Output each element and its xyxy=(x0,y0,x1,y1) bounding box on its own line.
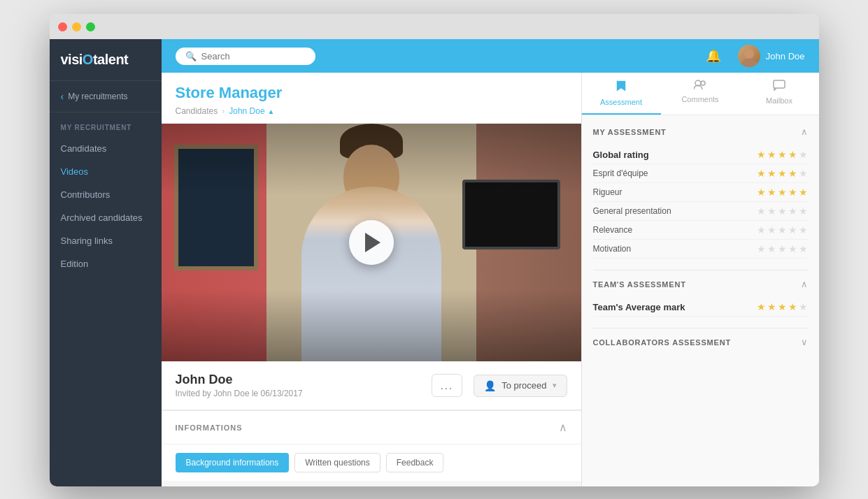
collaborators-assessment-title: COLLABORATORS ASSESSMENT xyxy=(593,338,731,347)
criteria-row-0: Esprit d'équipe ★ ★ ★ ★ ★ xyxy=(593,164,808,183)
star-4[interactable]: ★ xyxy=(788,149,797,160)
sidebar-item-videos[interactable]: Videos xyxy=(50,160,162,183)
proceed-chevron-icon: ▾ xyxy=(553,381,557,390)
collaborators-assessment-header: COLLABORATORS ASSESSMENT ∨ xyxy=(593,337,808,347)
candidate-info: John Doe Invited by John Doe le 06/13/20… xyxy=(176,373,303,398)
svg-point-1 xyxy=(741,59,757,67)
criteria-row-4: Motivation ★ ★ ★ ★ ★ xyxy=(593,240,808,259)
criteria-stars-0[interactable]: ★ ★ ★ ★ ★ xyxy=(757,168,808,179)
proceed-button[interactable]: 👤 To proceed ▾ xyxy=(474,375,567,397)
breadcrumb-parent[interactable]: Candidates xyxy=(176,106,218,116)
criteria-label-0: Esprit d'équipe xyxy=(593,168,648,178)
breadcrumb-current: John Doe ▲ xyxy=(229,106,274,116)
criteria-label-1: Rigueur xyxy=(593,187,622,197)
minimize-button[interactable] xyxy=(72,22,81,31)
sidebar-section-label: MY RECRUITMENT xyxy=(50,113,162,137)
svg-rect-4 xyxy=(774,80,785,88)
search-icon: 🔍 xyxy=(185,51,197,62)
criteria-row-2: General presentation ★ ★ ★ ★ ★ xyxy=(593,202,808,221)
svg-point-3 xyxy=(701,81,705,85)
job-header: Store Manager Candidates › John Doe ▲ xyxy=(162,73,581,124)
sidebar-item-sharing[interactable]: Sharing links xyxy=(50,229,162,252)
info-section-title: INFORMATIONS xyxy=(176,424,243,432)
my-assessment-section: MY ASSESSMENT ∧ Global rating ★ ★ ★ xyxy=(593,126,808,259)
avatar xyxy=(738,45,760,67)
teams-assessment-section: TEAM'S ASSESSMENT ∧ Team's Average mark … xyxy=(593,279,808,317)
sidebar: visiOtalent ‹ My recruitments MY RECRUIT… xyxy=(50,39,162,486)
teams-average-stars[interactable]: ★ ★ ★ ★ ★ xyxy=(757,301,808,312)
main-content: 🔍 🔔 John Doe xyxy=(162,39,819,486)
criteria-stars-4[interactable]: ★ ★ ★ ★ ★ xyxy=(757,243,808,254)
more-options-button[interactable]: ... xyxy=(432,374,463,397)
candidate-name: John Doe xyxy=(176,373,303,387)
back-chevron-icon: ‹ xyxy=(61,91,64,102)
app-window: visiOtalent ‹ My recruitments MY RECRUIT… xyxy=(50,14,819,486)
my-assessment-title: MY ASSESSMENT xyxy=(593,128,667,136)
criteria-label-2: General presentation xyxy=(593,206,671,216)
titlebar xyxy=(50,14,819,39)
criteria-stars-3[interactable]: ★ ★ ★ ★ ★ xyxy=(757,224,808,236)
bookmark-icon xyxy=(616,80,627,95)
sidebar-item-archived[interactable]: Archived candidates xyxy=(50,206,162,229)
top-bar: 🔍 🔔 John Doe xyxy=(162,39,819,73)
bell-icon[interactable]: 🔔 xyxy=(706,48,721,64)
criteria-label-4: Motivation xyxy=(593,244,632,254)
sidebar-item-candidates[interactable]: Candidates xyxy=(50,137,162,160)
sidebar-item-contributors[interactable]: Contributors xyxy=(50,183,162,206)
collaborators-assessment-collapse[interactable]: ∨ xyxy=(801,337,808,347)
global-rating-stars[interactable]: ★ ★ ★ ★ ★ xyxy=(757,149,808,160)
content-body: Store Manager Candidates › John Doe ▲ xyxy=(162,73,819,486)
search-input[interactable] xyxy=(201,51,306,62)
star-1[interactable]: ★ xyxy=(757,149,766,160)
star-2[interactable]: ★ xyxy=(767,149,776,160)
global-rating-row: Global rating ★ ★ ★ ★ ★ xyxy=(593,145,808,164)
user-info[interactable]: John Doe xyxy=(738,45,805,67)
tab-background-info[interactable]: Background informations xyxy=(176,453,290,472)
tab-navigation: Assessment Comments Mailbo xyxy=(582,73,819,115)
divider-2 xyxy=(593,328,808,328)
tab-assessment[interactable]: Assessment xyxy=(582,73,661,115)
back-nav-label: My recruitments xyxy=(68,92,127,101)
criteria-stars-1[interactable]: ★ ★ ★ ★ ★ xyxy=(757,187,808,198)
assessment-panel: MY ASSESSMENT ∧ Global rating ★ ★ ★ xyxy=(582,115,819,486)
my-assessment-header: MY ASSESSMENT ∧ xyxy=(593,126,808,137)
candidate-invited: Invited by John Doe le 06/13/2017 xyxy=(176,389,303,398)
info-collapse-button[interactable]: ∧ xyxy=(559,421,567,434)
people-icon xyxy=(694,80,706,92)
app-layout: visiOtalent ‹ My recruitments MY RECRUIT… xyxy=(50,39,819,486)
close-button[interactable] xyxy=(58,22,67,31)
my-assessment-collapse[interactable]: ∧ xyxy=(801,126,808,137)
play-button[interactable] xyxy=(349,220,394,265)
informations-section: INFORMATIONS ∧ Background informations W… xyxy=(162,410,581,481)
maximize-button[interactable] xyxy=(86,22,95,31)
collaborators-assessment-section: COLLABORATORS ASSESSMENT ∨ xyxy=(593,337,808,347)
teams-assessment-title: TEAM'S ASSESSMENT xyxy=(593,280,686,289)
search-box[interactable]: 🔍 xyxy=(176,48,315,65)
info-header: INFORMATIONS ∧ xyxy=(162,411,581,444)
tab-assessment-label: Assessment xyxy=(600,98,642,106)
job-title: Store Manager xyxy=(176,84,567,102)
tab-mailbox-label: Mailbox xyxy=(766,96,792,105)
candidate-card: John Doe Invited by John Doe le 06/13/20… xyxy=(162,361,581,410)
criteria-stars-2[interactable]: ★ ★ ★ ★ ★ xyxy=(757,205,808,217)
chat-icon xyxy=(773,80,785,94)
sidebar-item-edition[interactable]: Edition xyxy=(50,252,162,275)
svg-point-0 xyxy=(744,49,754,59)
star-5[interactable]: ★ xyxy=(799,149,808,160)
breadcrumb: Candidates › John Doe ▲ xyxy=(176,106,567,123)
tab-feedback[interactable]: Feedback xyxy=(386,453,444,472)
criteria-row-1: Rigueur ★ ★ ★ ★ ★ xyxy=(593,183,808,202)
play-icon xyxy=(365,233,380,252)
back-nav[interactable]: ‹ My recruitments xyxy=(50,81,162,113)
teams-assessment-collapse[interactable]: ∧ xyxy=(801,279,808,289)
star-3[interactable]: ★ xyxy=(778,149,787,160)
divider-1 xyxy=(593,270,808,270)
tab-comments[interactable]: Comments xyxy=(661,73,740,115)
center-area: Store Manager Candidates › John Doe ▲ xyxy=(162,73,581,486)
tab-written-questions[interactable]: Written questions xyxy=(294,453,380,472)
teams-assessment-header: TEAM'S ASSESSMENT ∧ xyxy=(593,279,808,289)
tab-comments-label: Comments xyxy=(681,95,718,103)
teams-average-label: Team's Average mark xyxy=(593,302,685,312)
tab-mailbox[interactable]: Mailbox xyxy=(740,73,819,115)
proceed-label: To proceed xyxy=(501,380,546,391)
